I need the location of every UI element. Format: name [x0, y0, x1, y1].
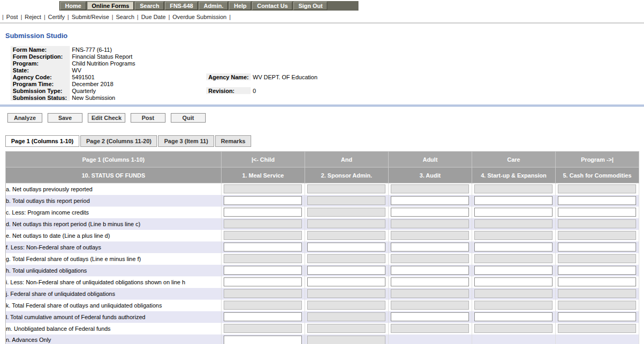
grid-cell: [556, 265, 639, 276]
post-button[interactable]: Post: [131, 113, 165, 123]
nav-contact-us[interactable]: Contact Us: [252, 2, 292, 10]
info-label-program-time: Program Time:: [11, 80, 70, 87]
cell-f-col3-input[interactable]: [391, 243, 469, 252]
info-empty: [206, 53, 510, 60]
menu-submit-revise[interactable]: Submit/Revise: [71, 14, 109, 20]
cell-c-col3-input[interactable]: [391, 208, 469, 217]
cell-e-col3-input: [391, 231, 469, 240]
nav-admin[interactable]: Admin.: [199, 2, 228, 10]
edit-check-button[interactable]: Edit Check: [88, 113, 125, 123]
nav-home[interactable]: Home: [60, 2, 86, 10]
cell-l-col5-input[interactable]: [558, 312, 636, 321]
grid-body: a. Net outlays previously reportedb. Tot…: [6, 183, 639, 344]
cell-i-col2-input[interactable]: [307, 277, 385, 286]
info-empty: [206, 80, 510, 87]
nav-online-forms[interactable]: Online Forms: [87, 2, 134, 10]
cell-e-col4-input: [474, 231, 553, 240]
menu-reject[interactable]: Reject: [25, 14, 41, 20]
grid-cell: [222, 311, 305, 323]
menu-search[interactable]: Search: [116, 14, 134, 20]
grid-cell: [305, 311, 389, 323]
quit-button[interactable]: Quit: [171, 113, 206, 123]
cell-h-col5-input[interactable]: [558, 266, 636, 275]
menu-certify[interactable]: Certify: [48, 14, 65, 20]
grid-cell: [472, 323, 556, 334]
tab-remarks[interactable]: Remarks: [215, 135, 251, 147]
info-label-state: State:: [11, 67, 70, 73]
cell-m-col5-input: [558, 324, 636, 333]
cell-i-col3-input[interactable]: [391, 277, 469, 286]
cell-a-col5-input: [558, 184, 636, 193]
menu-separator: |: [229, 14, 231, 20]
action-buttons: AnalyzeSaveEdit CheckPostQuit: [7, 113, 644, 123]
cell-l-col1-input[interactable]: [224, 312, 302, 321]
cell-h-col2-input[interactable]: [307, 266, 385, 275]
cell-c-col1-input[interactable]: [224, 208, 302, 217]
grid-header-cell: 5. Cash for Commodities: [556, 168, 639, 183]
cell-i-col4-input[interactable]: [474, 277, 553, 286]
row-label: m. Unobligated balance of Federal funds: [6, 323, 222, 334]
info-label-form-name: Form Name:: [11, 46, 70, 53]
grid-cell: [556, 218, 639, 230]
grid-cell: [556, 300, 639, 311]
cell-l-col3-input[interactable]: [391, 312, 469, 321]
cell-i-col1-input[interactable]: [224, 277, 302, 286]
tab-page-2-columns-11-20[interactable]: Page 2 (Columns 11-20): [80, 135, 158, 147]
grid-cell: [222, 276, 305, 288]
grid-row-a: a. Net outlays previously reported: [6, 183, 639, 195]
grid-cell: [472, 207, 556, 218]
nav-help[interactable]: Help: [229, 2, 251, 10]
cell-d-col1-input: [224, 219, 302, 228]
cell-f-col4-input[interactable]: [474, 243, 553, 252]
grid-cell: [556, 230, 639, 241]
cell-n-col1-input[interactable]: [224, 336, 302, 344]
nav-sign-out[interactable]: Sign Out: [293, 2, 327, 10]
info-label-agency-code: Agency Code:: [11, 73, 70, 80]
cell-b-col3-input[interactable]: [391, 196, 469, 205]
cell-h-col4-input[interactable]: [474, 266, 553, 275]
grid-header-cell: |<- Child: [222, 152, 305, 168]
cell-l-col4-input[interactable]: [474, 312, 553, 321]
menu-due-date[interactable]: Due Date: [141, 14, 165, 20]
grid-cell: [472, 300, 556, 311]
analyze-button[interactable]: Analyze: [7, 113, 42, 123]
grid-cell: [472, 276, 556, 288]
grid-cell: [556, 334, 639, 344]
cell-i-col5-input[interactable]: [558, 277, 636, 286]
grid-cell: [389, 241, 472, 253]
grid-cell: [389, 276, 472, 288]
cell-m-col3-input: [391, 324, 469, 333]
tab-page-1-columns-1-10[interactable]: Page 1 (Columns 1-10): [5, 135, 79, 147]
grid-head: Page 1 (Columns 1-10)|<- ChildAndAdultCa…: [6, 152, 639, 183]
menu-post[interactable]: Post: [6, 14, 18, 20]
grid-cell: [222, 241, 305, 253]
status-of-funds-table: Page 1 (Columns 1-10)|<- ChildAndAdultCa…: [5, 151, 639, 344]
cell-f-col1-input[interactable]: [224, 243, 302, 252]
info-value: FNS-777 (6-11): [70, 46, 206, 53]
info-label-agency-name: Agency Name:: [206, 73, 251, 80]
nav-fns-648[interactable]: FNS-648: [165, 2, 198, 10]
save-button[interactable]: Save: [48, 113, 82, 123]
grid-cell: [556, 311, 639, 323]
cell-f-col2-input[interactable]: [307, 243, 385, 252]
cell-c-col4-input[interactable]: [474, 208, 553, 217]
nav-search[interactable]: Search: [135, 2, 164, 10]
grid-row-m: m. Unobligated balance of Federal funds: [6, 323, 639, 334]
grid-cell: [305, 300, 389, 311]
grid-cell: [556, 288, 639, 300]
menu-overdue-submission[interactable]: Overdue Submission: [172, 14, 226, 20]
cell-k-col4-input: [474, 301, 553, 310]
cell-k-col3-input: [391, 301, 469, 310]
grid-cell: [389, 253, 472, 265]
info-empty: [206, 67, 510, 73]
cell-h-col3-input[interactable]: [391, 266, 469, 275]
cell-f-col5-input[interactable]: [558, 243, 636, 252]
tab-page-3-item-11[interactable]: Page 3 (Item 11): [158, 135, 214, 147]
grid-cell: [222, 288, 305, 300]
cell-c-col5-input[interactable]: [558, 208, 636, 217]
cell-e-col5-input: [558, 231, 636, 240]
cell-b-col5-input[interactable]: [558, 196, 636, 205]
cell-b-col4-input[interactable]: [474, 196, 553, 205]
cell-h-col1-input[interactable]: [224, 266, 302, 275]
cell-b-col1-input[interactable]: [224, 196, 302, 205]
